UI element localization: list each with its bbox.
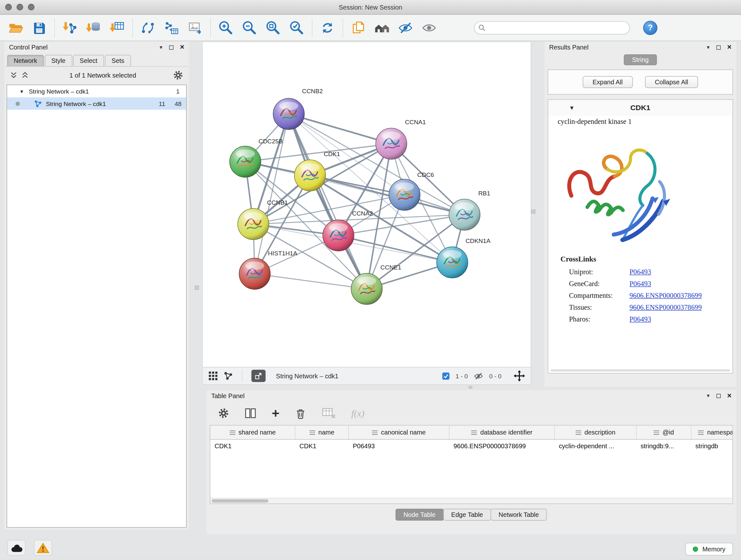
network-to-table-button[interactable]	[160, 16, 184, 39]
delete-column-trash-icon[interactable]	[294, 407, 307, 420]
import-database-button[interactable]	[82, 16, 105, 39]
tab-select[interactable]: Select	[73, 55, 104, 67]
crosslink-link[interactable]: P06493	[630, 280, 651, 288]
memory-button[interactable]: Memory	[685, 543, 733, 556]
zoom-out-button[interactable]	[238, 16, 261, 39]
column-header-name[interactable]: name	[295, 426, 348, 440]
export-image-button[interactable]	[184, 16, 207, 39]
import-network-button[interactable]	[58, 16, 82, 39]
window-close-button[interactable]	[5, 4, 12, 10]
sphere-gloss	[382, 132, 401, 140]
panel-menu-icon[interactable]: ▾	[707, 393, 710, 399]
network-edge[interactable]	[289, 114, 391, 144]
expand-all-button[interactable]: Expand All	[583, 76, 633, 88]
entry-expander-icon[interactable]: ▼	[569, 105, 575, 111]
network-edge[interactable]	[289, 114, 367, 289]
collapse-all-button[interactable]: Collapse All	[645, 76, 698, 88]
collapse-all-icon[interactable]	[10, 71, 17, 79]
column-header-canonical-name[interactable]: canonical name	[348, 426, 449, 440]
table-toolbar: + f(x)	[206, 401, 736, 425]
zoom-selected-button[interactable]	[285, 16, 309, 39]
selected-checkbox-icon[interactable]	[442, 372, 450, 380]
crosslink-link[interactable]: 9606.ENSP00000378699	[630, 292, 702, 300]
tab-node-table[interactable]: Node Table	[395, 509, 444, 520]
hide-selected-button[interactable]	[394, 16, 417, 39]
network-node-hist1h1a[interactable]	[239, 258, 270, 290]
network-node-cdc25b[interactable]	[230, 146, 261, 178]
splitter-handle[interactable]	[468, 386, 473, 388]
tab-sets[interactable]: Sets	[105, 55, 131, 67]
splitter-handle[interactable]	[531, 209, 535, 213]
scrollbar-thumb[interactable]	[212, 499, 268, 503]
network-node-ccnb2[interactable]	[273, 98, 305, 130]
tab-network[interactable]: Network	[7, 55, 44, 67]
column-header-database-identifier[interactable]: database identifier	[449, 426, 555, 440]
copy-document-button[interactable]	[346, 16, 370, 39]
cloud-status-button[interactable]	[8, 540, 25, 556]
panel-float-icon[interactable]	[716, 394, 720, 398]
network-node-ccna2[interactable]	[323, 220, 354, 251]
network-options-gear-icon[interactable]	[173, 70, 184, 80]
window-minimize-button[interactable]	[17, 4, 23, 10]
panel-close-icon[interactable]: ×	[727, 392, 732, 400]
column-header-shared-name[interactable]: shared name	[210, 426, 295, 440]
open-session-button[interactable]	[4, 16, 27, 39]
expand-all-icon[interactable]	[21, 71, 29, 79]
network-edge[interactable]	[255, 273, 367, 289]
network-node-cdk1[interactable]	[294, 160, 326, 191]
network-edge[interactable]	[338, 235, 452, 262]
tab-network-table[interactable]: Network Table	[490, 509, 547, 520]
detach-view-button[interactable]	[252, 370, 266, 382]
network-view-icon[interactable]	[223, 371, 233, 381]
zoom-in-button[interactable]	[214, 16, 238, 39]
panel-float-icon[interactable]	[716, 45, 720, 49]
table-settings-gear-icon[interactable]	[218, 408, 229, 419]
import-table-button[interactable]	[105, 16, 129, 39]
panel-menu-icon[interactable]: ▾	[159, 44, 162, 50]
column-header-namespac[interactable]: namespac	[691, 426, 733, 440]
column-header-@id[interactable]: @id	[636, 426, 691, 440]
network-collection-row[interactable]: ▼ String Network – cdk1 1	[7, 85, 186, 98]
table-row[interactable]: CDK1CDK1P064939606.ENSP00000378699cyclin…	[210, 439, 733, 452]
column-header-description[interactable]: description	[555, 426, 636, 440]
hidden-eye-slash-icon[interactable]	[474, 371, 483, 381]
window-zoom-button[interactable]	[28, 4, 35, 10]
home-networks-button[interactable]	[370, 16, 394, 39]
show-columns-icon[interactable]	[245, 407, 257, 420]
zoom-fit-icon	[265, 19, 281, 36]
network-node-rb1[interactable]	[449, 199, 480, 230]
protein-entry-header[interactable]: ▼ CDK1	[548, 100, 733, 116]
expander-icon[interactable]: ▼	[19, 89, 24, 94]
grid-view-icon[interactable]	[208, 371, 218, 381]
results-scrollbar[interactable]	[550, 369, 730, 372]
refresh-button[interactable]	[316, 16, 339, 39]
show-all-button[interactable]	[417, 16, 441, 39]
network-row-selected[interactable]: String Network – cdk1 11 48	[7, 98, 186, 110]
network-node-cdkn1a[interactable]	[436, 247, 468, 278]
search-input[interactable]	[474, 21, 630, 34]
network-node-cdc6[interactable]	[389, 179, 420, 210]
crosslink-link[interactable]: P06493	[630, 315, 651, 323]
results-tab-string[interactable]: String	[624, 54, 657, 65]
warnings-button[interactable]	[34, 540, 52, 556]
panel-float-icon[interactable]	[169, 45, 173, 49]
table-horizontal-scrollbar[interactable]	[210, 498, 732, 503]
splitter-handle[interactable]	[195, 286, 199, 290]
network-node-ccnb1[interactable]	[238, 208, 269, 240]
panel-close-icon[interactable]: ×	[727, 44, 732, 51]
zoom-fit-button[interactable]	[261, 16, 285, 39]
network-node-ccna1[interactable]	[376, 128, 407, 159]
add-column-icon[interactable]: +	[272, 407, 279, 420]
help-button[interactable]: ?	[643, 20, 657, 35]
clone-network-button[interactable]	[136, 16, 159, 39]
pan-crosshair-icon[interactable]	[514, 370, 525, 382]
save-session-button[interactable]	[27, 16, 51, 39]
panel-menu-icon[interactable]: ▾	[707, 44, 710, 50]
panel-close-icon[interactable]: ×	[180, 44, 185, 51]
network-canvas[interactable]: CCNB2CCNA1CDC25BCDK1CDC6RB1CCNB1CCNA2CDK…	[203, 42, 531, 367]
network-node-ccne1[interactable]	[351, 273, 382, 305]
tab-edge-table[interactable]: Edge Table	[443, 509, 491, 520]
tab-style[interactable]: Style	[45, 55, 72, 67]
crosslink-link[interactable]: P06493	[630, 268, 651, 276]
crosslink-link[interactable]: 9606.ENSP00000378699	[630, 304, 702, 312]
